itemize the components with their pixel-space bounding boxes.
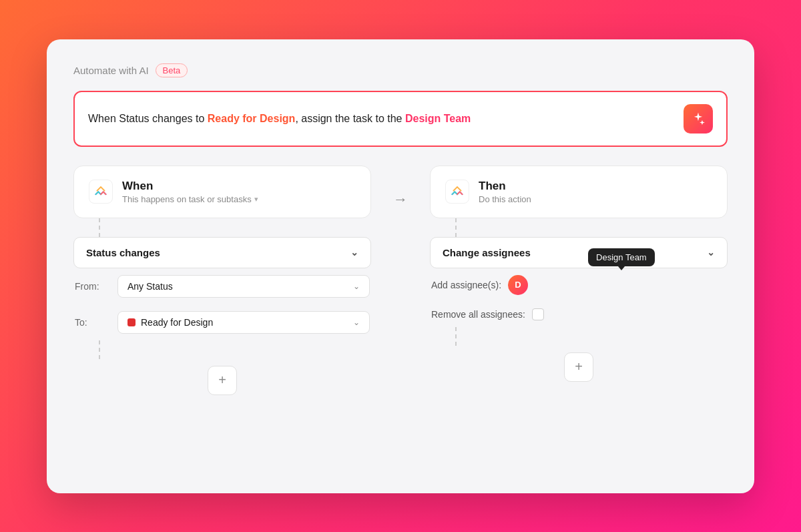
clickup-icon-then [450, 184, 465, 199]
automate-label: Automate with AI [73, 65, 149, 76]
change-assignees-chevron: ⌄ [707, 247, 715, 258]
when-dashed-connector-bottom [99, 340, 100, 359]
change-assignees-dropdown[interactable]: Change assignees ⌄ [430, 237, 728, 268]
ai-sparkle-button[interactable] [684, 104, 713, 134]
when-add-button[interactable]: + [208, 366, 237, 395]
add-assignees-label: Add assignee(s): [431, 280, 501, 290]
any-status-dropdown[interactable]: Any Status ⌄ [117, 275, 370, 298]
remove-assignees-checkbox[interactable] [532, 308, 544, 320]
to-row: To: Ready for Design ⌄ [73, 304, 371, 340]
prompt-highlight-ready-for-design: Ready for Design [208, 113, 296, 124]
trigger-subtitle[interactable]: This happens on task or subtasks ▾ [122, 194, 258, 204]
then-dashed-connector-top [455, 218, 457, 237]
prompt-highlight-design-team: Design Team [405, 113, 471, 124]
header-row: Automate with AI Beta [73, 63, 728, 77]
action-card: Then Do this action [430, 166, 728, 218]
action-title: Then [479, 180, 531, 193]
status-dot [127, 318, 136, 326]
workflow-area: When This happens on task or subtasks ▾ … [73, 166, 728, 395]
prompt-text-before: When Status changes to [88, 113, 208, 124]
trigger-title-group: When This happens on task or subtasks ▾ [122, 180, 258, 204]
then-column: Then Do this action Change assignees ⌄ A… [430, 166, 728, 382]
trigger-card: When This happens on task or subtasks ▾ [73, 166, 371, 218]
workflow-arrow: → [387, 166, 414, 208]
sparkle-icon [691, 111, 706, 126]
when-dashed-connector-top [99, 218, 100, 237]
prompt-text-middle: , assign the task to the [295, 113, 405, 124]
remove-label: Remove all assignees: [431, 309, 525, 320]
assignee-container: D Design Team [508, 275, 528, 295]
when-column: When This happens on task or subtasks ▾ … [73, 166, 371, 395]
action-subtitle: Do this action [479, 194, 531, 204]
ai-prompt-box: When Status changes to Ready for Design,… [73, 91, 728, 147]
trigger-subtitle-chevron: ▾ [254, 195, 258, 204]
change-assignees-label: Change assignees [443, 247, 531, 258]
action-card-header: Then Do this action [445, 180, 712, 204]
ready-for-design-dropdown[interactable]: Ready for Design ⌄ [117, 311, 370, 334]
any-status-label: Any Status [127, 281, 173, 292]
ready-for-design-chevron: ⌄ [353, 318, 360, 327]
assignee-initial: D [515, 280, 521, 290]
from-label: From: [75, 281, 109, 292]
status-changes-label: Status changes [86, 247, 160, 258]
from-row: From: Any Status ⌄ [73, 268, 371, 304]
status-changes-chevron: ⌄ [350, 247, 358, 258]
clickup-icon-when [93, 184, 108, 199]
ready-for-design-label: Ready for Design [141, 317, 213, 328]
add-assignees-row: Add assignee(s): D Design Team [430, 268, 728, 302]
status-changes-dropdown[interactable]: Status changes ⌄ [73, 237, 371, 268]
main-card: Automate with AI Beta When Status change… [47, 39, 754, 493]
then-add-button[interactable]: + [564, 352, 593, 382]
trigger-card-header: When This happens on task or subtasks ▾ [89, 180, 356, 204]
design-team-avatar[interactable]: D [508, 275, 528, 295]
any-status-chevron: ⌄ [353, 282, 360, 291]
action-title-group: Then Do this action [479, 180, 531, 204]
clickup-logo-then [445, 180, 469, 204]
trigger-title: When [122, 180, 258, 193]
then-dashed-connector-bottom [455, 327, 457, 346]
to-label: To: [75, 317, 109, 328]
ai-prompt-text: When Status changes to Ready for Design,… [88, 111, 471, 127]
beta-badge: Beta [156, 63, 188, 77]
remove-assignees-row: Remove all assignees: [430, 302, 728, 327]
clickup-logo-when [89, 180, 113, 204]
